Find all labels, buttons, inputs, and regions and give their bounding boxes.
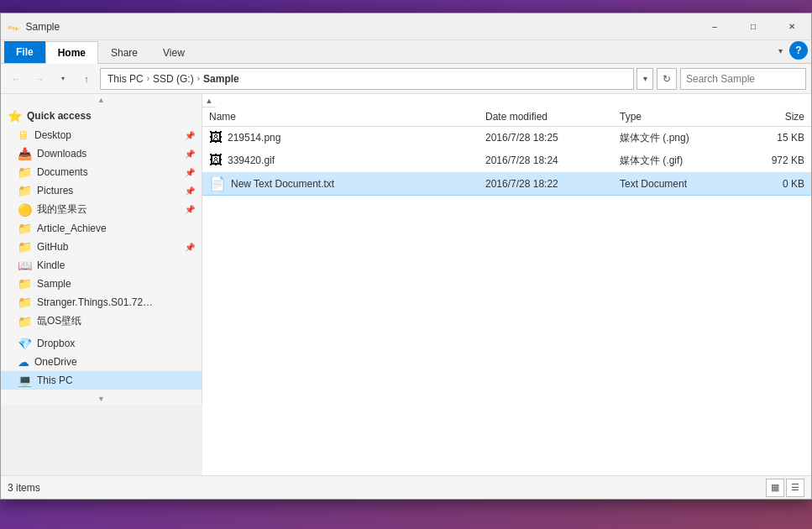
file-icon-png: 🖼 — [209, 130, 223, 145]
downloads-icon: 📥 — [18, 147, 32, 160]
sidebar-item-downloads[interactable]: 📥 Downloads 📌 — [1, 144, 202, 163]
minimize-button[interactable]: – — [695, 13, 734, 40]
sidebar-item-dropbox[interactable]: 💎 Dropbox — [1, 334, 202, 353]
github-icon: 📁 — [18, 240, 32, 254]
title-controls: – □ ✕ — [695, 13, 811, 40]
downloads-label: Downloads — [37, 148, 86, 160]
title-folder-icon: ▪▫▸ — [8, 20, 19, 34]
file-column-headers: Name Date modified Type Size — [202, 107, 811, 127]
file-size-3: 0 KB — [737, 178, 804, 190]
documents-label: Documents — [37, 166, 88, 178]
sidebar-wrapper: ▲ ⭐ Quick access 🖥 Desktop 📌 › 📥 Downloa… — [1, 94, 202, 475]
sidebar-item-sample[interactable]: 📁 Sample — [1, 275, 202, 293]
file-list: 🖼 219514.png 2016/7/28 18:25 媒体文件 (.png)… — [202, 127, 811, 475]
close-button[interactable]: ✕ — [773, 13, 811, 40]
sidebar-item-stranger-things[interactable]: 📁 Stranger.Things.S01.720p.N — [1, 293, 202, 312]
dropbox-icon: 💎 — [18, 337, 32, 350]
search-input[interactable] — [686, 73, 812, 85]
file-scroll-up-indicator[interactable]: ▲ — [202, 94, 216, 107]
up-button[interactable]: ↑ — [76, 69, 97, 89]
thispc-icon: 💻 — [18, 374, 32, 387]
jianguoyun-label: 我的坚果云 — [37, 202, 87, 217]
desktop-label: Desktop — [34, 129, 71, 141]
sidebar-item-pictures[interactable]: 📁 Pictures 📌 — [1, 181, 202, 200]
col-header-name[interactable]: Name — [209, 111, 485, 123]
window-title: Sample — [26, 21, 695, 33]
jianguoyun-icon: 🟡 — [18, 203, 32, 217]
file-name-3: New Text Document.txt — [231, 178, 485, 190]
quick-access-label: Quick access — [27, 110, 92, 122]
maximize-button[interactable]: □ — [734, 13, 773, 40]
sidebar-item-github[interactable]: 📁 GitHub 📌 › — [1, 238, 202, 256]
table-row[interactable]: 🖼 339420.gif 2016/7/28 18:24 媒体文件 (.gif)… — [202, 149, 811, 172]
article-achieve-icon: 📁 — [18, 222, 32, 235]
file-type-3: Text Document — [620, 178, 737, 190]
address-bar: ← → ▾ ↑ This PC › SSD (G:) › Sample ▾ ↻ … — [1, 64, 811, 94]
address-path[interactable]: This PC › SSD (G:) › Sample — [100, 68, 634, 90]
file-type-2: 媒体文件 (.gif) — [620, 154, 737, 168]
search-box[interactable]: 🔍 — [680, 68, 806, 90]
path-thispc: This PC — [107, 73, 144, 85]
path-sample: Sample — [203, 73, 239, 85]
file-name-2: 339420.gif — [228, 155, 485, 166]
file-date-2: 2016/7/28 18:24 — [485, 155, 620, 166]
pictures-icon: 📁 — [18, 184, 32, 197]
file-date-1: 2016/7/28 18:25 — [485, 132, 620, 144]
refresh-button[interactable]: ↻ — [657, 68, 677, 90]
sidebar-item-documents[interactable]: 📁 Documents 📌 — [1, 163, 202, 181]
sidebar-item-onedrive[interactable]: ☁ OneDrive — [1, 353, 202, 371]
ribbon-dropdown-arrow[interactable]: ▾ — [778, 46, 783, 55]
tab-file[interactable]: File — [4, 41, 45, 63]
recent-locations-button[interactable]: ▾ — [53, 69, 73, 89]
thispc-label: This PC — [37, 374, 73, 386]
tab-view[interactable]: View — [150, 41, 197, 64]
tab-home[interactable]: Home — [45, 41, 98, 64]
breadcrumb-sep-2: › — [197, 74, 200, 83]
col-header-type[interactable]: Type — [620, 111, 737, 123]
ribbon: File Home Share View ▾ ? — [1, 40, 811, 64]
back-button[interactable]: ← — [6, 69, 26, 89]
article-achieve-label: Article_Achieve — [37, 223, 107, 234]
github-arrow-icon: › — [192, 243, 195, 251]
forward-button[interactable]: → — [29, 69, 50, 89]
breadcrumb-sep-1: › — [147, 74, 149, 83]
ribbon-tabs: File Home Share View ▾ ? — [1, 40, 811, 63]
status-bar: 3 items ▦ ☰ — [1, 475, 811, 499]
desktop-arrow-icon: › — [192, 131, 195, 139]
sidebar-item-jianguoyun[interactable]: 🟡 我的坚果云 📌 — [1, 200, 202, 219]
quick-access-icon: ⭐ — [8, 109, 22, 123]
path-ssd: SSD (G:) — [153, 73, 194, 85]
title-icons: ▪▫▸ — [8, 20, 19, 34]
file-date-3: 2016/7/28 18:22 — [485, 178, 620, 190]
sidebar-item-article-achieve[interactable]: 📁 Article_Achieve — [1, 219, 202, 238]
documents-icon: 📁 — [18, 165, 32, 179]
file-icon-gif: 🖼 — [209, 153, 223, 168]
sidebar-item-xiaos-wallpaper[interactable]: 📁 氙OS壁纸 — [1, 312, 202, 331]
sidebar-item-kindle[interactable]: 📖 Kindle — [1, 256, 202, 275]
address-dropdown-button[interactable]: ▾ — [637, 68, 653, 90]
sidebar-scroll-up[interactable]: ▲ — [1, 94, 202, 106]
explorer-window: ▪▫▸ Sample – □ ✕ File Home Share View ▾ … — [0, 13, 812, 500]
stranger-things-icon: 📁 — [18, 296, 32, 309]
xiaos-wallpaper-label: 氙OS壁纸 — [37, 314, 81, 328]
view-grid-button[interactable]: ▦ — [766, 479, 784, 497]
table-row[interactable]: 🖼 219514.png 2016/7/28 18:25 媒体文件 (.png)… — [202, 127, 811, 149]
sidebar-scroll-down[interactable]: ▼ — [1, 393, 202, 405]
file-size-1: 15 KB — [737, 132, 804, 144]
col-header-size[interactable]: Size — [737, 111, 804, 123]
sample-icon: 📁 — [18, 277, 32, 291]
sidebar-item-thispc[interactable]: 💻 This PC — [1, 371, 202, 390]
kindle-label: Kindle — [37, 259, 65, 271]
tab-share[interactable]: Share — [98, 41, 150, 64]
sidebar-item-desktop[interactable]: 🖥 Desktop 📌 › — [1, 126, 202, 144]
table-row[interactable]: 📄 New Text Document.txt 2016/7/28 18:22 … — [202, 172, 811, 196]
stranger-things-label: Stranger.Things.S01.720p.N — [37, 296, 155, 308]
pictures-pin-icon: 📌 — [185, 186, 195, 196]
col-header-date[interactable]: Date modified — [485, 111, 620, 123]
view-list-button[interactable]: ☰ — [786, 479, 804, 497]
file-size-2: 972 KB — [737, 155, 804, 166]
downloads-pin-icon: 📌 — [185, 149, 195, 159]
sidebar-section-quick-access[interactable]: ⭐ Quick access — [1, 106, 202, 126]
help-button[interactable]: ? — [789, 41, 808, 60]
file-name-1: 219514.png — [228, 132, 485, 144]
